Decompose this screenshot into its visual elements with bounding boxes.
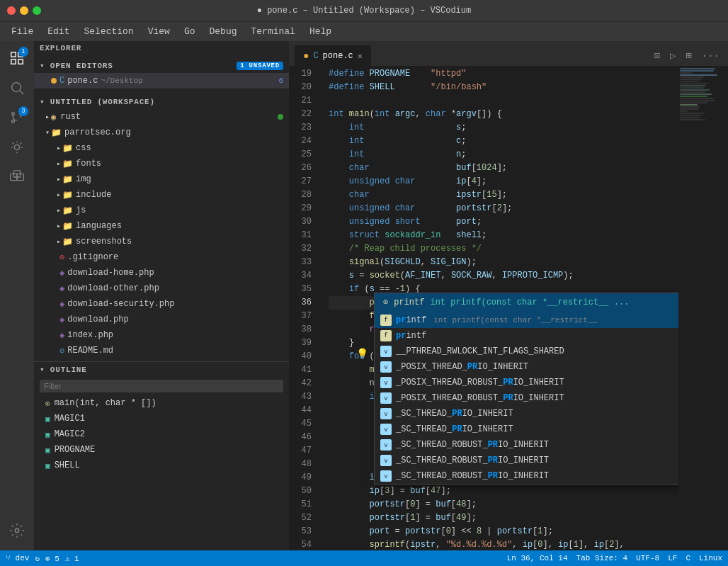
outline-item-magic2[interactable]: ▣ MAGIC2: [34, 426, 289, 442]
ac-item-sc1[interactable]: V _SC_THREAD_PRIO_INHERIT: [375, 406, 678, 421]
menu-selection[interactable]: Selection: [78, 25, 139, 38]
file-download-security[interactable]: ◈ download-security.php: [34, 296, 289, 312]
code-line: struct sockaddr_in shell;: [329, 229, 678, 242]
expand-arrow: ▸: [57, 159, 61, 168]
ac-item-pthread[interactable]: V __PTHREAD_RWLOCK_INT_FLAGS_SHARED: [375, 344, 678, 359]
outline-item-magic1[interactable]: ▣ MAGIC1: [34, 411, 289, 426]
folder-fonts[interactable]: ▸ 📁 fonts: [34, 156, 289, 171]
outline-filter[interactable]: [40, 380, 283, 392]
language-mode[interactable]: C: [686, 554, 690, 562]
menu-go[interactable]: Go: [178, 25, 201, 38]
lightbulb-icon[interactable]: 💡: [356, 348, 368, 361]
menu-file[interactable]: File: [6, 25, 39, 38]
window-controls[interactable]: [7, 6, 41, 15]
file-readme[interactable]: ⊙ README.md: [34, 343, 289, 358]
source-control-badge: 3: [18, 106, 28, 116]
ac-item-printf[interactable]: f printf int printf(const char *__restri…: [375, 312, 678, 328]
tab-modified-dot: ●: [303, 50, 309, 62]
workspace-header[interactable]: ▾ UNTITLED (WORKSPACE): [34, 94, 289, 109]
folder-include[interactable]: ▸ 📁 include: [34, 187, 289, 203]
run-button[interactable]: ▷: [667, 48, 678, 63]
menu-view[interactable]: View: [142, 25, 176, 38]
expand-arrow: ▸: [57, 191, 61, 199]
folder-parrotsec[interactable]: ▾ 📁 parrotsec.org: [34, 125, 289, 140]
php-icon: ◈: [59, 268, 64, 278]
menubar: File Edit Selection View Go Debug Termin…: [0, 21, 728, 41]
tab-size[interactable]: Tab Size: 4: [576, 554, 628, 562]
filename: index.php: [67, 330, 113, 340]
git-branch[interactable]: ⑂ dev: [6, 554, 29, 562]
ac-item-posix2[interactable]: V _POSIX_THREAD_ROBUST_PRIO_INHERIT: [375, 375, 678, 390]
code-line: char ipstr[15];: [329, 188, 678, 202]
more-actions-button[interactable]: ···: [699, 49, 722, 63]
editor-tabs: ● C pone.c ✕ ⊡ ▷ ⊞ ···: [289, 41, 728, 66]
file-download-other[interactable]: ◈ download-other.php: [34, 281, 289, 296]
platform[interactable]: Linux: [699, 554, 722, 562]
svg-rect-3: [18, 60, 23, 64]
menu-terminal[interactable]: Terminal: [246, 25, 301, 38]
split-editor-button[interactable]: ⊡: [651, 48, 662, 63]
status-bar: ⑂ dev ↻ ⊗ 5 ⚠ 1 Ln 36, Col 14 Tab Size: …: [0, 550, 728, 566]
svg-point-15: [15, 528, 19, 533]
rust-indicator: [278, 114, 283, 120]
open-editors-header[interactable]: ▾ OPEN EDITORS 1 UNSAVED: [34, 58, 289, 73]
code-editor[interactable]: #define PROGNAME "httpd" #define SHELL "…: [317, 66, 678, 550]
menu-debug[interactable]: Debug: [203, 25, 242, 38]
outline-item-shell[interactable]: ▣ SHELL: [34, 458, 289, 473]
minimap: [678, 66, 721, 550]
encoding[interactable]: UTF-8: [636, 554, 659, 562]
folder-rust[interactable]: ▸ ◉ rust: [34, 109, 289, 125]
activity-source-control[interactable]: 3: [3, 103, 31, 132]
folder-languages[interactable]: ▸ 📁 languages: [34, 218, 289, 234]
ac-item-posix1[interactable]: V _POSIX_THREAD_PRIO_INHERIT: [375, 359, 678, 375]
cursor-position[interactable]: Ln 36, Col 14: [507, 554, 568, 562]
outline-item-progname[interactable]: ▣ PROGNAME: [34, 442, 289, 458]
ac-item-printf2[interactable]: f printf: [375, 328, 678, 344]
menu-help[interactable]: Help: [304, 25, 337, 38]
folder-name: rust: [60, 112, 81, 122]
activity-extensions[interactable]: [3, 163, 31, 191]
folder-img[interactable]: ▸ 📁 img: [34, 171, 289, 187]
tab-file-icon: C: [313, 51, 318, 61]
layout-button[interactable]: ⊞: [683, 48, 694, 63]
ac-item-posix3[interactable]: V _POSIX_THREAD_ROBUST_PRIO_INHERIT: [375, 390, 678, 406]
file-download-home[interactable]: ◈ download-home.php: [34, 265, 289, 281]
outline-item-main[interactable]: ⊙ main(int, char * []): [34, 395, 289, 411]
ac-item-text: _POSIX_THREAD_ROBUST_PRIO_INHERIT: [396, 376, 564, 390]
folder-js[interactable]: ▸ 📁 js: [34, 203, 289, 218]
editor-scrollbar[interactable]: [721, 66, 728, 550]
code-line: int s;: [329, 121, 678, 135]
folder-css[interactable]: ▸ 📁 css: [34, 140, 289, 156]
file-index[interactable]: ◈ index.php: [34, 327, 289, 343]
minimize-button[interactable]: [20, 6, 28, 15]
maximize-button[interactable]: [33, 6, 41, 15]
expand-arrow: ▸: [45, 113, 50, 121]
svg-rect-2: [11, 60, 16, 64]
activity-debug[interactable]: [3, 133, 31, 162]
file-gitignore[interactable]: ⊙ .gitignore: [34, 249, 289, 265]
sync-icon[interactable]: ↻: [35, 554, 40, 563]
outline-header[interactable]: ▾ OUTLINE: [34, 362, 289, 377]
ac-item-sc2[interactable]: V _SC_THREAD_PRIO_INHERIT: [375, 421, 678, 437]
tab-pone-c[interactable]: ● C pone.c ✕: [295, 45, 371, 66]
ac-item-sc3[interactable]: V _SC_THREAD_ROBUST_PRIO_INHERIT: [375, 437, 678, 453]
ac-item-sc4[interactable]: V _SC_THREAD_ROBUST_PRIO_INHERIT: [375, 453, 678, 468]
line-ending[interactable]: LF: [668, 554, 677, 562]
file-download[interactable]: ◈ download.php: [34, 312, 289, 327]
folder-icon: 📁: [51, 128, 62, 138]
activity-search[interactable]: [3, 74, 31, 102]
ac-item-sc5[interactable]: V _SC_THREAD_ROBUST_PRIO_INHERIT: [375, 468, 678, 484]
close-button[interactable]: [7, 6, 16, 15]
error-count[interactable]: ⊗ 5: [45, 554, 59, 563]
svg-point-8: [12, 120, 15, 123]
code-line: port = portstr[0] << 8 | portstr[1];: [329, 525, 678, 538]
autocomplete-dropdown[interactable]: ⊙ printf int printf(const char *__restri…: [374, 293, 678, 485]
tab-close-button[interactable]: ✕: [358, 51, 363, 62]
menu-edit[interactable]: Edit: [42, 25, 75, 38]
folder-screenshots[interactable]: ▸ 📁 screenshots: [34, 234, 289, 249]
open-file-pone-c[interactable]: C pone.c ~/Desktop 6: [34, 73, 289, 89]
filename: download-security.php: [67, 299, 174, 309]
activity-explorer[interactable]: 1: [3, 44, 31, 72]
warning-count[interactable]: ⚠ 1: [65, 554, 79, 563]
activity-settings[interactable]: [3, 516, 31, 545]
